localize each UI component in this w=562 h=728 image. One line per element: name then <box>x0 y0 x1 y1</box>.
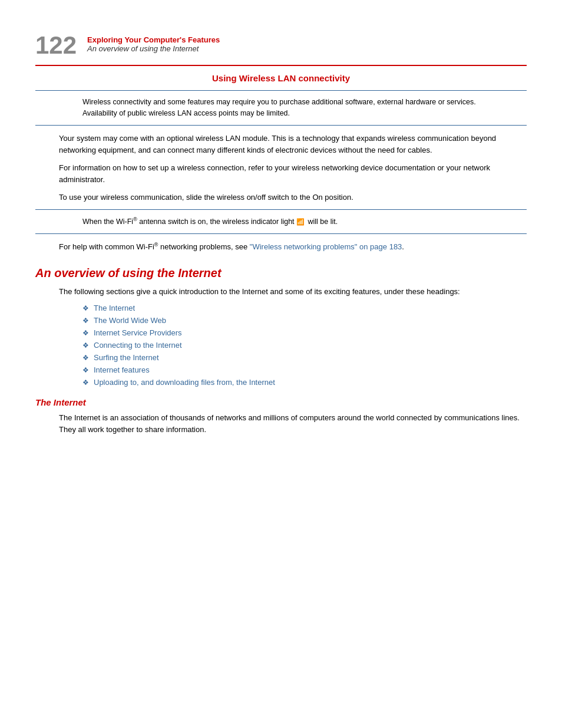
wireless-note-1-text: Wireless connectivity and some features … <box>82 98 476 117</box>
wireless-footer: For help with common Wi-Fi® networking p… <box>35 241 527 253</box>
bullet-diamond-1: ❖ <box>82 304 89 312</box>
list-item: ❖ Surfing the Internet <box>82 353 527 362</box>
bullet-diamond-3: ❖ <box>82 329 89 337</box>
the-internet-para: The Internet is an association of thousa… <box>59 412 527 436</box>
internet-overview-title: An overview of using the Internet <box>35 266 527 280</box>
list-item: ❖ Internet Service Providers <box>82 328 527 337</box>
link-isp[interactable]: Internet Service Providers <box>94 328 182 337</box>
wireless-link[interactable]: "Wireless networking problems" on page 1… <box>250 242 402 251</box>
bullet-diamond-6: ❖ <box>82 366 89 374</box>
link-connecting[interactable]: Connecting to the Internet <box>94 341 182 350</box>
internet-overview-section: An overview of using the Internet The fo… <box>35 266 527 387</box>
bullet-diamond-7: ❖ <box>82 378 89 387</box>
bullet-diamond-5: ❖ <box>82 354 89 362</box>
wireless-section-title: Using Wireless LAN connectivity <box>35 66 527 90</box>
wifi-icon: 📶 <box>296 217 305 227</box>
link-the-internet[interactable]: The Internet <box>94 304 135 312</box>
the-internet-section: The Internet The Internet is an associat… <box>35 397 527 436</box>
link-world-wide-web[interactable]: The World Wide Web <box>94 316 166 325</box>
wireless-body: Your system may come with an optional wi… <box>35 133 527 204</box>
wifi-note-2: When the Wi-Fi® antenna switch is on, th… <box>35 210 527 233</box>
wireless-para-2: For information on how to set up a wirel… <box>59 162 527 186</box>
wireless-para-4: For help with common Wi-Fi® networking p… <box>59 241 527 253</box>
page-number: 122 <box>35 33 77 58</box>
wireless-para-1: Your system may come with an optional wi… <box>59 133 527 156</box>
header-text: Exploring Your Computer's Features An ov… <box>87 35 220 53</box>
the-internet-body: The Internet is an association of thousa… <box>35 412 527 436</box>
the-internet-title: The Internet <box>35 397 527 407</box>
page-subtitle: An overview of using the Internet <box>87 44 220 53</box>
internet-overview-intro: The following sections give a quick intr… <box>59 286 527 298</box>
list-item: ❖ The World Wide Web <box>82 316 527 325</box>
link-uploading[interactable]: Uploading to, and downloading files from… <box>94 378 275 387</box>
internet-overview-body: The following sections give a quick intr… <box>35 286 527 387</box>
wireless-note-1: Wireless connectivity and some features … <box>35 91 527 125</box>
chapter-title: Exploring Your Computer's Features <box>87 35 220 44</box>
bullet-diamond-2: ❖ <box>82 317 89 325</box>
list-item: ❖ Connecting to the Internet <box>82 341 527 350</box>
wifi-note-2-text: When the Wi-Fi® antenna switch is on, th… <box>82 218 338 226</box>
wireless-para-3: To use your wireless communication, slid… <box>59 192 527 203</box>
link-internet-features[interactable]: Internet features <box>94 365 150 374</box>
list-item: ❖ Uploading to, and downloading files fr… <box>82 378 527 387</box>
list-item: ❖ Internet features <box>82 365 527 374</box>
bullet-diamond-4: ❖ <box>82 341 89 350</box>
link-surfing[interactable]: Surfing the Internet <box>94 353 159 362</box>
page-header: 122 Exploring Your Computer's Features A… <box>35 35 527 61</box>
internet-bullet-list: ❖ The Internet ❖ The World Wide Web ❖ In… <box>59 304 527 387</box>
list-item: ❖ The Internet <box>82 304 527 312</box>
